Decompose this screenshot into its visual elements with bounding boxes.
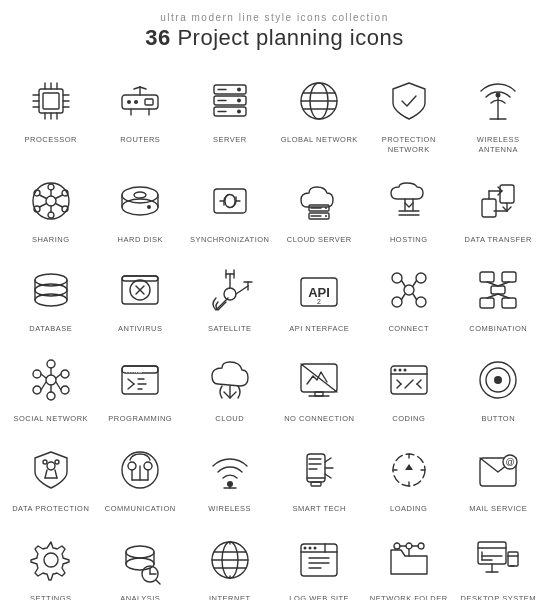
- icon-communication: COMMUNICATION: [98, 434, 184, 518]
- icon-no-connection: NO CONNECTION: [277, 344, 363, 428]
- icon-satellite: SATELLITE: [187, 254, 273, 338]
- svg-line-129: [56, 374, 61, 378]
- svg-point-162: [43, 460, 47, 464]
- svg-point-16: [134, 100, 138, 104]
- svg-point-124: [47, 360, 55, 368]
- icon-label-data-protection: DATA PROTECTION: [12, 504, 89, 514]
- svg-line-20: [134, 87, 140, 89]
- svg-point-64: [325, 207, 327, 209]
- icon-settings: SETTINGS: [8, 524, 94, 601]
- svg-line-52: [55, 203, 62, 207]
- icon-label-combination: COMBINATION: [469, 324, 527, 334]
- icon-label-hard-disk: HARD DISK: [118, 235, 163, 245]
- icon-loading: LOADING: [366, 434, 452, 518]
- icon-label-smart-tech: SMART TECH: [293, 504, 346, 514]
- icon-sharing: SHARING: [8, 165, 94, 249]
- icon-label-antivirus: ANTIVIRUS: [118, 324, 163, 334]
- svg-point-26: [237, 88, 241, 92]
- svg-point-105: [404, 285, 414, 295]
- svg-point-217: [394, 543, 400, 549]
- icon-label-processor: PROCESSOR: [25, 135, 77, 145]
- svg-line-128: [41, 374, 46, 378]
- icon-label-coding: CODING: [392, 414, 425, 424]
- icon-wireless: WIRELESS: [187, 434, 273, 518]
- svg-text:HTML: HTML: [126, 368, 143, 374]
- icon-programming: HTML PROGRAMMING: [98, 344, 184, 428]
- icon-cloud: CLOUD: [187, 344, 273, 428]
- svg-point-191: [44, 553, 58, 567]
- svg-rect-112: [480, 298, 494, 308]
- icon-label-connect: CONNECT: [388, 324, 429, 334]
- svg-point-123: [61, 386, 69, 394]
- icon-analysis-database: ANALYSIS DATABASE: [98, 524, 184, 601]
- svg-point-28: [237, 110, 241, 114]
- svg-rect-73: [482, 199, 496, 217]
- icon-cloud-server: CLOUD SERVER: [277, 165, 363, 249]
- icon-label-data-transfer: DATA TRANSFER: [465, 235, 532, 245]
- svg-rect-72: [500, 185, 514, 203]
- icon-routers: ROUTERS: [98, 65, 184, 159]
- icon-label-database: DATABASE: [29, 324, 72, 334]
- svg-point-212: [304, 546, 307, 549]
- svg-line-177: [325, 474, 331, 478]
- icon-data-protection: DATA PROTECTION: [8, 434, 94, 518]
- icon-database: DATABASE: [8, 254, 94, 338]
- svg-rect-22: [145, 99, 153, 105]
- svg-point-166: [144, 462, 152, 470]
- svg-point-125: [47, 392, 55, 400]
- svg-point-192: [126, 546, 154, 558]
- icon-label-network-folder: NETWORK FOLDER: [370, 594, 448, 601]
- icon-label-no-connection: NO CONNECTION: [284, 414, 354, 424]
- svg-point-152: [393, 369, 396, 372]
- svg-point-157: [494, 376, 502, 384]
- icon-label-wireless-antenna: WIRELESS ANTENNA: [458, 135, 540, 155]
- icon-button: BUTTON: [456, 344, 542, 428]
- svg-point-163: [55, 460, 59, 464]
- svg-line-135: [128, 384, 134, 389]
- svg-rect-61: [214, 189, 246, 213]
- icon-log-web-site: LOG WEB SITE: [277, 524, 363, 601]
- svg-rect-179: [311, 482, 321, 486]
- svg-point-119: [46, 375, 56, 385]
- svg-line-160: [55, 470, 57, 478]
- svg-point-60: [147, 205, 151, 209]
- svg-line-199: [156, 580, 160, 584]
- svg-rect-207: [301, 544, 337, 576]
- icon-label-programming: PROGRAMMING: [108, 414, 172, 424]
- icon-label-settings: SETTINGS: [30, 594, 72, 601]
- icon-label-sharing: SHARING: [32, 235, 70, 245]
- icon-label-routers: ROUTERS: [120, 135, 160, 145]
- icon-label-analysis-database: ANALYSIS DATABASE: [100, 594, 182, 601]
- svg-rect-224: [508, 552, 518, 566]
- icon-synchronization: SYNCHRONIZATION: [187, 165, 273, 249]
- svg-rect-111: [502, 272, 516, 282]
- svg-line-108: [401, 294, 405, 300]
- icon-antivirus: ANTIVIRUS: [98, 254, 184, 338]
- svg-line-106: [401, 281, 405, 287]
- svg-point-154: [403, 369, 406, 372]
- svg-point-102: [416, 273, 426, 283]
- svg-point-42: [46, 196, 56, 206]
- svg-point-88: [126, 277, 129, 280]
- icon-social-network: SOCIAL NETWORK: [8, 344, 94, 428]
- icon-label-button: BUTTON: [481, 414, 515, 424]
- icon-combination: COMBINATION: [456, 254, 542, 338]
- icon-global-network: GLOBAL NETWORK: [277, 65, 363, 159]
- icon-label-synchronization: SYNCHRONIZATION: [190, 235, 269, 245]
- subtitle: ultra modern line style icons collection: [8, 12, 541, 23]
- icon-protection-network: PROTECTION NETWORK: [366, 65, 452, 159]
- icon-label-global-network: GLOBAL NETWORK: [281, 135, 358, 145]
- svg-point-120: [33, 370, 41, 378]
- svg-line-134: [128, 379, 134, 384]
- svg-text:2: 2: [317, 298, 321, 305]
- svg-line-95: [236, 286, 248, 294]
- icon-label-api-interface: API NTERFACE: [289, 324, 349, 334]
- icon-label-communication: COMMUNICATION: [105, 504, 176, 514]
- svg-rect-113: [502, 298, 516, 308]
- main-title: 36 Project planning icons: [8, 25, 541, 51]
- svg-point-122: [33, 386, 41, 394]
- icon-label-desktop-system: DESKTOP SYSTEM: [461, 594, 537, 601]
- svg-text:@: @: [506, 457, 515, 467]
- icon-mail-service: @ MAIL SERVICE: [456, 434, 542, 518]
- svg-line-130: [41, 382, 46, 390]
